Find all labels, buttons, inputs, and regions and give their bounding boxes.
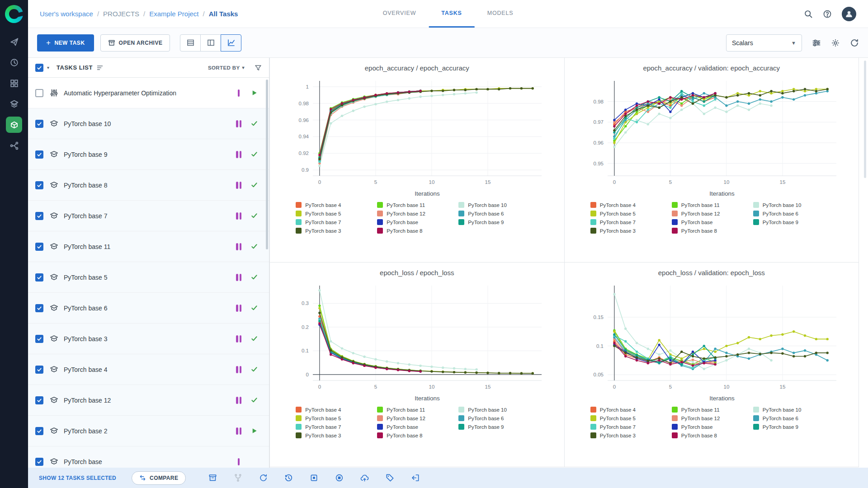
legend-item[interactable]: PyTorch base 12 [377,211,457,216]
task-checkbox[interactable] [35,366,43,374]
search-icon[interactable] [804,9,813,19]
compare-button[interactable]: COMPARE [132,471,186,485]
legend-item[interactable]: PyTorch base 6 [753,211,833,216]
task-checkbox[interactable] [35,427,43,435]
archive-action-button[interactable] [206,471,219,485]
task-row[interactable]: PyTorch base [28,446,269,468]
legend-item[interactable]: PyTorch base 9 [458,424,538,430]
task-name[interactable]: PyTorch base 4 [64,366,231,373]
task-checkbox[interactable] [35,335,43,343]
charts-scrollbar[interactable] [859,58,868,468]
legend-item[interactable]: PyTorch base [377,424,457,430]
legend-item[interactable]: PyTorch base 9 [753,424,833,430]
task-name[interactable]: Automatic Hyperparameter Optimization [64,89,231,97]
task-row[interactable]: PyTorch base 5 [28,262,269,293]
task-row[interactable]: PyTorch base 7 [28,201,269,231]
task-checkbox[interactable] [35,212,43,220]
scalar-plot[interactable]: 00.10.20.3051015Iterations [281,280,552,403]
task-checkbox[interactable] [35,150,43,159]
task-name[interactable]: PyTorch base 6 [64,305,231,312]
legend-item[interactable]: PyTorch base [672,219,751,225]
task-row[interactable]: PyTorch base 4 [28,354,269,385]
legend-item[interactable]: PyTorch base 3 [296,228,375,234]
metric-type-select[interactable]: Scalars ▼ [726,34,802,52]
legend-item[interactable]: PyTorch base 6 [753,415,833,421]
retry-action-button[interactable] [256,471,270,485]
task-row[interactable]: PyTorch base 2 [28,416,269,446]
abort-action-button[interactable] [332,471,346,485]
legend-item[interactable]: PyTorch base 10 [458,407,538,413]
select-dropdown-caret[interactable]: ▾ [47,65,49,70]
task-row[interactable]: PyTorch base 11 [28,231,269,262]
legend-item[interactable]: PyTorch base 5 [296,415,375,421]
legend-item[interactable]: PyTorch base 4 [590,202,670,208]
breadcrumb-project[interactable]: Example Project [149,10,198,18]
gear-icon[interactable] [831,38,840,47]
tab-overview[interactable]: OVERVIEW [370,0,429,28]
task-row[interactable]: PyTorch base 3 [28,324,269,354]
legend-item[interactable]: PyTorch base 10 [753,407,833,413]
legend-item[interactable]: PyTorch base 3 [590,432,670,438]
task-checkbox[interactable] [35,304,43,312]
task-checkbox[interactable] [35,120,43,128]
task-name[interactable]: PyTorch base [64,458,231,465]
breadcrumb-workspace[interactable]: User's workspace [40,10,93,18]
task-name[interactable]: PyTorch base 8 [64,182,231,189]
legend-item[interactable]: PyTorch base 9 [458,219,538,225]
tag-action-button[interactable] [383,471,396,485]
plot-settings-icon[interactable] [812,38,821,47]
legend-item[interactable]: PyTorch base 7 [590,424,670,430]
legend-item[interactable]: PyTorch base 6 [458,415,538,421]
legend-item[interactable]: PyTorch base 7 [296,219,375,225]
nav-pipelines[interactable] [0,135,28,156]
legend-item[interactable]: PyTorch base 11 [377,202,457,208]
legend-item[interactable]: PyTorch base 7 [296,424,375,430]
legend-item[interactable]: PyTorch base 11 [672,202,751,208]
legend-item[interactable]: PyTorch base 5 [590,211,670,216]
legend-item[interactable]: PyTorch base 10 [753,202,833,208]
task-name[interactable]: PyTorch base 9 [64,151,231,158]
legend-item[interactable]: PyTorch base [672,424,751,430]
scalar-plot[interactable]: 0.050.10.15051015Iterations [576,280,847,403]
tasks-selected-label[interactable]: SHOW 12 TASKS SELECTED [39,475,116,481]
clearml-logo[interactable] [5,5,23,23]
task-name[interactable]: PyTorch base 7 [64,212,231,220]
legend-item[interactable]: PyTorch base 7 [590,219,670,225]
open-archive-button[interactable]: OPEN ARCHIVE [100,34,170,52]
legend-item[interactable]: PyTorch base 4 [590,407,670,413]
task-row[interactable]: PyTorch base 12 [28,385,269,416]
legend-item[interactable]: PyTorch base 4 [296,407,375,413]
task-row[interactable]: PyTorch base 9 [28,139,269,170]
task-checkbox[interactable] [35,181,43,189]
legend-item[interactable]: PyTorch base 11 [672,407,751,413]
task-checkbox[interactable] [35,458,43,466]
task-row[interactable]: PyTorch base 6 [28,293,269,324]
legend-item[interactable]: PyTorch base 8 [377,432,457,438]
moveto-action-button[interactable] [408,471,422,485]
task-name[interactable]: PyTorch base 11 [64,243,231,250]
filter-icon[interactable] [255,64,262,71]
nav-projects[interactable] [0,114,28,135]
help-icon[interactable] [823,9,832,19]
legend-item[interactable]: PyTorch base 5 [296,211,375,216]
reset-action-button[interactable] [282,471,295,485]
task-checkbox[interactable] [35,396,43,404]
select-all-checkbox[interactable] [35,64,43,72]
scalar-plot[interactable]: 0.950.960.970.98051015Iterations [576,75,847,198]
task-row[interactable]: PyTorch base 10 [28,108,269,139]
task-checkbox[interactable] [35,243,43,251]
nav-apps[interactable] [0,73,28,94]
legend-item[interactable]: PyTorch base 9 [753,219,833,225]
task-name[interactable]: PyTorch base 3 [64,335,231,343]
legend-item[interactable]: PyTorch base 12 [672,415,751,421]
breadcrumb-projects[interactable]: PROJECTS [103,10,139,18]
legend-item[interactable]: PyTorch base 5 [590,415,670,421]
task-name[interactable]: PyTorch base 12 [64,397,231,404]
task-name[interactable]: PyTorch base 2 [64,427,231,435]
legend-item[interactable]: PyTorch base 8 [377,228,457,234]
legend-item[interactable]: PyTorch base 8 [672,432,751,438]
legend-item[interactable]: PyTorch base 3 [590,228,670,234]
breadcrumb-current[interactable]: All Tasks [209,10,238,18]
legend-item[interactable]: PyTorch base 12 [377,415,457,421]
new-task-button[interactable]: + NEW TASK [37,34,94,52]
